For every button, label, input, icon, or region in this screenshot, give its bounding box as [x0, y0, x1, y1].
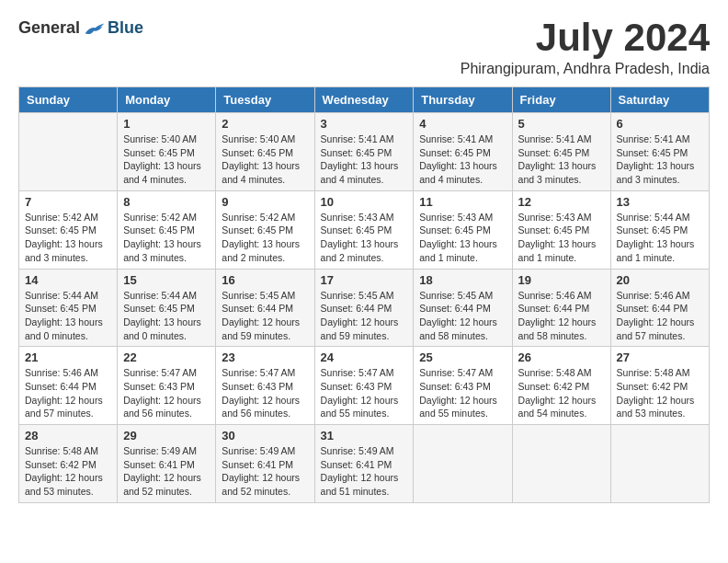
calendar-cell: 27Sunrise: 5:48 AMSunset: 6:42 PMDayligh… — [610, 347, 709, 425]
calendar-cell: 30Sunrise: 5:49 AMSunset: 6:41 PMDayligh… — [216, 425, 314, 503]
month-title: July 2024 — [461, 18, 710, 57]
calendar-cell: 1Sunrise: 5:40 AMSunset: 6:45 PMDaylight… — [118, 113, 216, 191]
column-header-tuesday: Tuesday — [216, 87, 314, 113]
day-number: 2 — [222, 117, 308, 131]
column-header-sunday: Sunday — [19, 87, 118, 113]
day-number: 9 — [222, 195, 308, 209]
cell-info: Sunrise: 5:48 AMSunset: 6:42 PMDaylight:… — [518, 366, 605, 420]
cell-info: Sunrise: 5:48 AMSunset: 6:42 PMDaylight:… — [25, 444, 111, 499]
day-number: 23 — [222, 350, 308, 364]
day-number: 11 — [419, 195, 506, 209]
day-number: 12 — [518, 195, 605, 209]
cell-info: Sunrise: 5:40 AMSunset: 6:45 PMDaylight:… — [123, 132, 210, 187]
logo: General Blue — [18, 18, 143, 38]
day-number: 6 — [617, 117, 703, 131]
calendar-week-row: 28Sunrise: 5:48 AMSunset: 6:42 PMDayligh… — [19, 425, 710, 503]
day-number: 29 — [123, 429, 210, 442]
calendar-cell: 31Sunrise: 5:49 AMSunset: 6:41 PMDayligh… — [314, 425, 414, 503]
cell-info: Sunrise: 5:48 AMSunset: 6:42 PMDaylight:… — [617, 366, 703, 420]
day-number: 19 — [518, 273, 605, 287]
calendar-cell: 28Sunrise: 5:48 AMSunset: 6:42 PMDayligh… — [19, 425, 118, 503]
calendar-week-row: 1Sunrise: 5:40 AMSunset: 6:45 PMDaylight… — [19, 113, 710, 191]
calendar-cell: 14Sunrise: 5:44 AMSunset: 6:45 PMDayligh… — [19, 269, 118, 347]
column-header-thursday: Thursday — [414, 87, 512, 113]
cell-info: Sunrise: 5:44 AMSunset: 6:45 PMDaylight:… — [617, 211, 703, 265]
calendar-cell: 5Sunrise: 5:41 AMSunset: 6:45 PMDaylight… — [512, 113, 610, 191]
day-number: 21 — [25, 350, 111, 364]
calendar-cell: 21Sunrise: 5:46 AMSunset: 6:44 PMDayligh… — [19, 347, 118, 425]
calendar-cell: 19Sunrise: 5:46 AMSunset: 6:44 PMDayligh… — [512, 269, 610, 347]
cell-info: Sunrise: 5:41 AMSunset: 6:45 PMDaylight:… — [419, 132, 506, 187]
day-number: 17 — [321, 273, 408, 287]
calendar-cell: 23Sunrise: 5:47 AMSunset: 6:43 PMDayligh… — [216, 347, 314, 425]
calendar-cell: 4Sunrise: 5:41 AMSunset: 6:45 PMDaylight… — [414, 113, 512, 191]
calendar-cell — [512, 425, 610, 503]
day-number: 18 — [419, 273, 506, 287]
calendar-cell: 8Sunrise: 5:42 AMSunset: 6:45 PMDaylight… — [118, 190, 216, 269]
calendar-cell: 13Sunrise: 5:44 AMSunset: 6:45 PMDayligh… — [610, 190, 709, 269]
day-number: 31 — [321, 429, 408, 442]
cell-info: Sunrise: 5:46 AMSunset: 6:44 PMDaylight:… — [617, 289, 703, 343]
day-number: 7 — [25, 195, 111, 209]
cell-info: Sunrise: 5:43 AMSunset: 6:45 PMDaylight:… — [321, 211, 408, 265]
calendar-cell: 18Sunrise: 5:45 AMSunset: 6:44 PMDayligh… — [414, 269, 512, 347]
day-number: 28 — [25, 429, 111, 442]
logo-blue-text: Blue — [108, 18, 143, 38]
calendar-cell: 2Sunrise: 5:40 AMSunset: 6:45 PMDaylight… — [216, 113, 314, 191]
calendar-cell: 26Sunrise: 5:48 AMSunset: 6:42 PMDayligh… — [512, 347, 610, 425]
cell-info: Sunrise: 5:42 AMSunset: 6:45 PMDaylight:… — [222, 211, 308, 265]
cell-info: Sunrise: 5:47 AMSunset: 6:43 PMDaylight:… — [123, 366, 210, 420]
calendar-cell: 16Sunrise: 5:45 AMSunset: 6:44 PMDayligh… — [216, 269, 314, 347]
column-header-monday: Monday — [118, 87, 216, 113]
calendar-header-row: SundayMondayTuesdayWednesdayThursdayFrid… — [19, 87, 710, 113]
calendar-cell: 24Sunrise: 5:47 AMSunset: 6:43 PMDayligh… — [314, 347, 414, 425]
calendar-cell: 9Sunrise: 5:42 AMSunset: 6:45 PMDaylight… — [216, 190, 314, 269]
day-number: 8 — [123, 195, 210, 209]
cell-info: Sunrise: 5:47 AMSunset: 6:43 PMDaylight:… — [419, 366, 506, 420]
day-number: 13 — [617, 195, 703, 209]
column-header-saturday: Saturday — [610, 87, 709, 113]
calendar-cell: 25Sunrise: 5:47 AMSunset: 6:43 PMDayligh… — [414, 347, 512, 425]
day-number: 20 — [617, 273, 703, 287]
calendar-week-row: 21Sunrise: 5:46 AMSunset: 6:44 PMDayligh… — [19, 347, 710, 425]
cell-info: Sunrise: 5:41 AMSunset: 6:45 PMDaylight:… — [617, 132, 703, 187]
calendar-cell: 15Sunrise: 5:44 AMSunset: 6:45 PMDayligh… — [118, 269, 216, 347]
day-number: 14 — [25, 273, 111, 287]
calendar-week-row: 14Sunrise: 5:44 AMSunset: 6:45 PMDayligh… — [19, 269, 710, 347]
cell-info: Sunrise: 5:44 AMSunset: 6:45 PMDaylight:… — [25, 289, 111, 343]
cell-info: Sunrise: 5:44 AMSunset: 6:45 PMDaylight:… — [123, 289, 210, 343]
calendar-cell — [610, 425, 709, 503]
calendar-body: 1Sunrise: 5:40 AMSunset: 6:45 PMDaylight… — [19, 113, 710, 503]
cell-info: Sunrise: 5:49 AMSunset: 6:41 PMDaylight:… — [222, 444, 308, 499]
calendar-cell: 11Sunrise: 5:43 AMSunset: 6:45 PMDayligh… — [414, 190, 512, 269]
day-number: 22 — [123, 350, 210, 364]
cell-info: Sunrise: 5:41 AMSunset: 6:45 PMDaylight:… — [321, 132, 408, 187]
day-number: 3 — [321, 117, 408, 131]
day-number: 30 — [222, 429, 308, 442]
calendar-cell — [19, 113, 118, 191]
calendar-cell — [414, 425, 512, 503]
cell-info: Sunrise: 5:49 AMSunset: 6:41 PMDaylight:… — [123, 444, 210, 499]
calendar-cell: 10Sunrise: 5:43 AMSunset: 6:45 PMDayligh… — [314, 190, 414, 269]
day-number: 26 — [518, 350, 605, 364]
day-number: 10 — [321, 195, 408, 209]
cell-info: Sunrise: 5:46 AMSunset: 6:44 PMDaylight:… — [518, 289, 605, 343]
calendar-cell: 29Sunrise: 5:49 AMSunset: 6:41 PMDayligh… — [118, 425, 216, 503]
day-number: 25 — [419, 350, 506, 364]
cell-info: Sunrise: 5:42 AMSunset: 6:45 PMDaylight:… — [123, 211, 210, 265]
cell-info: Sunrise: 5:41 AMSunset: 6:45 PMDaylight:… — [518, 132, 605, 187]
cell-info: Sunrise: 5:47 AMSunset: 6:43 PMDaylight:… — [222, 366, 308, 420]
cell-info: Sunrise: 5:40 AMSunset: 6:45 PMDaylight:… — [222, 132, 308, 187]
logo-general-text: General — [18, 18, 80, 38]
calendar-cell: 7Sunrise: 5:42 AMSunset: 6:45 PMDaylight… — [19, 190, 118, 269]
title-block: July 2024 Phirangipuram, Andhra Pradesh,… — [461, 18, 710, 77]
cell-info: Sunrise: 5:45 AMSunset: 6:44 PMDaylight:… — [321, 289, 408, 343]
calendar-cell: 17Sunrise: 5:45 AMSunset: 6:44 PMDayligh… — [314, 269, 414, 347]
cell-info: Sunrise: 5:42 AMSunset: 6:45 PMDaylight:… — [25, 211, 111, 265]
day-number: 1 — [123, 117, 210, 131]
cell-info: Sunrise: 5:43 AMSunset: 6:45 PMDaylight:… — [518, 211, 605, 265]
location-title: Phirangipuram, Andhra Pradesh, India — [461, 61, 710, 77]
day-number: 16 — [222, 273, 308, 287]
day-number: 15 — [123, 273, 210, 287]
cell-info: Sunrise: 5:45 AMSunset: 6:44 PMDaylight:… — [222, 289, 308, 343]
